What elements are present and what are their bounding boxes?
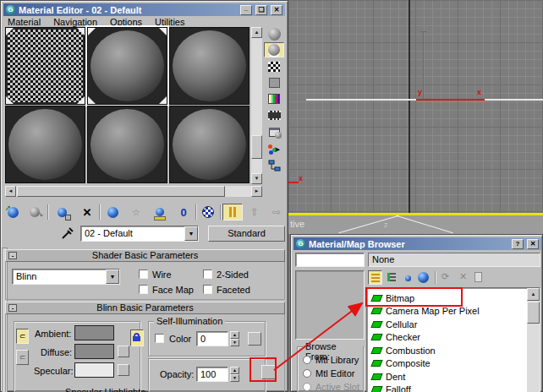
sample-slot-5[interactable] bbox=[87, 106, 167, 183]
scroll-down-button[interactable]: ▼ bbox=[251, 173, 262, 184]
two-sided-checkbox[interactable] bbox=[203, 270, 212, 279]
go-forward-sibling-button[interactable]: ⇨ bbox=[266, 204, 287, 220]
spin-down-icon[interactable]: ▼ bbox=[230, 374, 239, 382]
material-name-dropdown[interactable]: 02 - Default ▼ bbox=[80, 226, 199, 242]
pick-material-button[interactable] bbox=[60, 226, 77, 241]
list-item-dent[interactable]: Dent bbox=[367, 370, 540, 384]
spin-up-icon[interactable]: ▲ bbox=[230, 331, 239, 339]
view-list-button[interactable] bbox=[368, 270, 382, 285]
spin-down-icon[interactable]: ▼ bbox=[230, 339, 239, 346]
close-button[interactable]: ✕ bbox=[271, 5, 282, 15]
material-effects-channel-button[interactable]: 0 bbox=[173, 204, 194, 220]
faceted-checkbox[interactable] bbox=[203, 285, 212, 294]
scroll-thumb[interactable] bbox=[17, 186, 225, 197]
list-item-combustion[interactable]: Combustion bbox=[367, 344, 540, 357]
list-item-bitmap[interactable]: Bitmap bbox=[367, 291, 540, 305]
scroll-up-button[interactable]: ▲ bbox=[251, 27, 262, 38]
map-list[interactable]: Bitmap Camera Map Per Pixel Cellular Che… bbox=[366, 287, 540, 392]
face-map-checkbox[interactable] bbox=[139, 285, 148, 294]
mtl-library-radio[interactable] bbox=[303, 356, 311, 364]
slots-horizontal-scrollbar[interactable]: ◄ ► bbox=[5, 186, 262, 197]
material-editor-titlebar[interactable]: G Material Editor - 02 - Default _ ❏ ✕ bbox=[3, 3, 285, 16]
put-material-to-scene-button[interactable]: ↷ bbox=[25, 204, 45, 220]
reset-map-button[interactable]: ✕ bbox=[77, 204, 97, 220]
opacity-spinner[interactable]: ▲▼ bbox=[230, 367, 239, 382]
list-item-camera-map[interactable]: Camera Map Per Pixel bbox=[367, 305, 540, 318]
go-to-parent-button[interactable]: ⇧ bbox=[244, 204, 265, 220]
diffuse-map-button[interactable] bbox=[118, 346, 129, 357]
background-button[interactable] bbox=[264, 59, 284, 74]
make-unique-button[interactable]: ☆ bbox=[126, 204, 146, 220]
shader-type-dropdown[interactable]: Blinn ▼ bbox=[12, 269, 120, 285]
lock-ambient-diffuse-button[interactable] bbox=[130, 329, 144, 346]
update-scene-materials-button[interactable]: ⟳ bbox=[440, 270, 455, 285]
sample-slot-3[interactable] bbox=[169, 27, 250, 105]
get-material-button[interactable]: ➚ bbox=[3, 204, 23, 220]
active-slot-radio[interactable] bbox=[303, 383, 311, 391]
spin-up-icon[interactable]: ▲ bbox=[230, 367, 239, 374]
close-icon[interactable]: ✕ bbox=[527, 239, 539, 249]
sample-type-button[interactable] bbox=[264, 26, 284, 41]
list-item-cellular[interactable]: Cellular bbox=[367, 318, 540, 331]
backlight-button[interactable] bbox=[264, 42, 284, 57]
list-item-falloff[interactable]: Falloff bbox=[367, 384, 540, 392]
map-list-scrollbar[interactable]: ▲ bbox=[527, 288, 540, 392]
self-illum-map-button[interactable] bbox=[248, 332, 261, 346]
help-button[interactable]: ? bbox=[512, 239, 524, 249]
make-preview-button[interactable] bbox=[264, 107, 284, 122]
make-material-copy-button[interactable] bbox=[102, 204, 123, 220]
specular-color-swatch[interactable] bbox=[74, 362, 114, 378]
view-large-icons-button[interactable] bbox=[416, 270, 431, 285]
diffuse-color-swatch[interactable] bbox=[74, 344, 114, 359]
specular-map-button[interactable] bbox=[118, 364, 129, 376]
self-illum-spinner[interactable]: ▲▼ bbox=[230, 331, 239, 346]
select-by-material-button[interactable]: ➤ bbox=[264, 141, 284, 156]
material-map-navigator-button[interactable] bbox=[264, 158, 284, 173]
opacity-value-field[interactable]: 100 bbox=[196, 367, 228, 382]
list-item-composite[interactable]: Composite bbox=[367, 357, 540, 371]
clear-material-library-button[interactable] bbox=[472, 270, 485, 285]
viewport-selected-edge[interactable] bbox=[416, 99, 485, 101]
show-map-in-viewport-button[interactable] bbox=[198, 204, 218, 220]
delete-from-library-button[interactable]: ✕ bbox=[457, 270, 470, 285]
minimize-button[interactable]: _ bbox=[240, 5, 252, 15]
menu-navigation[interactable]: Navigation bbox=[53, 17, 97, 27]
shader-basic-rollout-header[interactable]: - Shader Basic Parameters bbox=[5, 249, 285, 262]
slots-vertical-scrollbar[interactable]: ▲ ▼ bbox=[251, 27, 262, 184]
video-color-check-button[interactable] bbox=[264, 91, 284, 106]
opacity-map-button[interactable] bbox=[261, 365, 276, 379]
sample-uv-tiling-button[interactable] bbox=[264, 75, 284, 90]
browser-search-input[interactable] bbox=[295, 253, 365, 267]
menu-utilities[interactable]: Utilities bbox=[155, 17, 184, 27]
collapse-icon[interactable]: - bbox=[8, 304, 17, 312]
put-to-library-button[interactable] bbox=[150, 204, 170, 220]
scroll-up-button[interactable]: ▲ bbox=[527, 288, 540, 301]
self-illum-color-checkbox[interactable] bbox=[155, 334, 164, 343]
maximize-button[interactable]: ❏ bbox=[255, 5, 267, 15]
dropdown-arrow-button[interactable]: ▼ bbox=[184, 226, 198, 241]
assign-material-to-selection-button[interactable] bbox=[52, 204, 72, 220]
dropdown-arrow-button[interactable]: ▼ bbox=[106, 270, 119, 284]
show-end-result-button[interactable] bbox=[222, 204, 243, 220]
scroll-left-button[interactable]: ◄ bbox=[5, 186, 16, 197]
sample-slot-4[interactable] bbox=[5, 106, 85, 183]
sample-slot-6[interactable] bbox=[169, 106, 250, 183]
wire-checkbox[interactable] bbox=[139, 270, 148, 279]
sample-slot-2-selected[interactable] bbox=[87, 27, 167, 105]
self-illum-value-field[interactable]: 0 bbox=[196, 331, 228, 346]
blinn-basic-rollout-header[interactable]: - Blinn Basic Parameters bbox=[5, 302, 285, 314]
scroll-thumb[interactable] bbox=[251, 135, 262, 159]
view-list-plus-icons-button[interactable] bbox=[385, 270, 399, 285]
scroll-thumb[interactable] bbox=[527, 302, 540, 324]
sample-slot-1[interactable] bbox=[5, 27, 85, 105]
collapse-icon[interactable]: - bbox=[8, 252, 17, 259]
options-button[interactable] bbox=[264, 124, 284, 139]
menu-options[interactable]: Options bbox=[110, 17, 142, 27]
scroll-right-button[interactable]: ► bbox=[251, 186, 262, 197]
list-item-checker[interactable]: Checker bbox=[367, 331, 540, 345]
ambient-diffuse-lock-button[interactable]: ⊂ bbox=[16, 329, 29, 344]
mtl-editor-radio[interactable] bbox=[303, 369, 311, 378]
material-type-button[interactable]: Standard bbox=[208, 226, 285, 242]
menu-material[interactable]: Material bbox=[8, 17, 41, 27]
ambient-color-swatch[interactable] bbox=[74, 325, 114, 340]
